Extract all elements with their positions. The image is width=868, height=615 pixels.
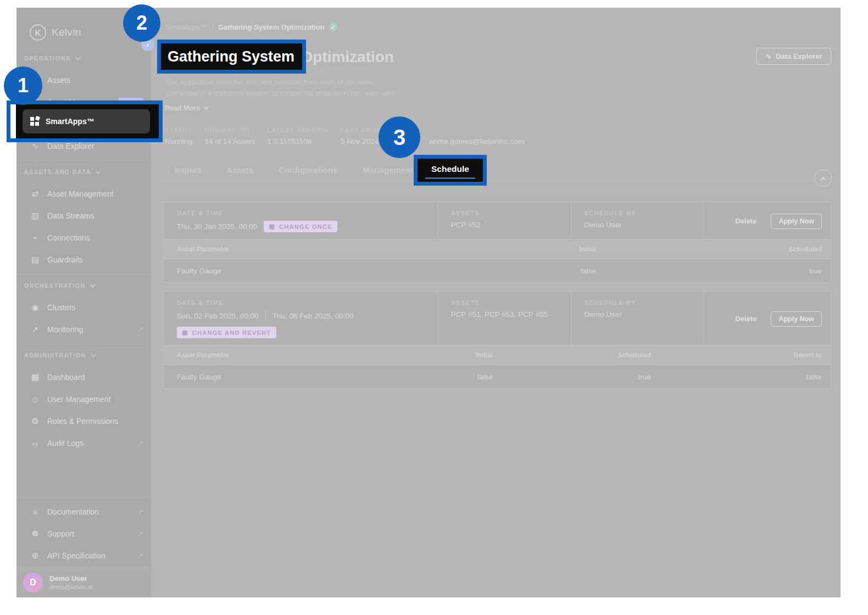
table-cell: false — [422, 267, 596, 275]
sidebar-item-clusters[interactable]: ◉Clusters — [16, 297, 151, 318]
actions-column: DeleteApply Now — [704, 292, 831, 345]
schedule-by-column: SCHEDULE BYDemo User — [571, 202, 704, 239]
schedule-by-value: Demo User — [585, 221, 704, 229]
status-field-last-update: LAST UPDATE5 Nov 2024 atandre.gomes@kelv… — [341, 127, 525, 146]
table-cell: false — [338, 373, 493, 381]
apply-now-button[interactable]: Apply Now — [771, 311, 822, 327]
assets-label: ASSETS — [451, 210, 571, 216]
connections-icon: ⌁ — [30, 233, 41, 243]
schedule-card: DATE & TIMESun, 02 Feb 2025, 00:00Thu, 0… — [163, 291, 831, 389]
breadcrumb-root[interactable]: SmartApps™ — [165, 23, 207, 31]
highlight-box-title: Gathering System — [157, 40, 306, 74]
highlight-edge — [10, 104, 16, 138]
sidebar-item-smartapps-highlighted[interactable]: SmartApps™ — [23, 109, 150, 133]
delete-button[interactable]: Delete — [735, 315, 756, 323]
schedule-card-header: DATE & TIMESun, 02 Feb 2025, 00:00Thu, 0… — [164, 292, 831, 345]
tab-schedule-highlighted[interactable]: Schedule — [418, 159, 483, 180]
sidebar-item-documentation[interactable]: ≡Documentation↗ — [16, 501, 151, 523]
schedule-type-badge: ▦CHANGE AND REVERT — [177, 327, 276, 338]
table-header-revert-to: Revert to — [651, 351, 822, 359]
read-more-link[interactable]: Read More — [165, 104, 207, 112]
sidebar-item-label: Clusters — [47, 303, 143, 312]
sidebar-item-roles-permissions[interactable]: ⚙Roles & Permissions — [16, 410, 151, 432]
sidebar-item-support[interactable]: ☸Support↗ — [16, 523, 151, 545]
data-explorer-button[interactable]: ∿ Data Explorer — [756, 48, 831, 65]
table-header-asset-parameter: Asset Parameter — [177, 351, 338, 359]
sidebar-section-orchestration: ORCHESTRATION◉Clusters↗Monitoring↗ — [16, 274, 151, 340]
calendar-icon: ▦ — [269, 223, 275, 230]
calendar-icon: ▦ — [182, 329, 188, 336]
sidebar-item-label: Roles & Permissions — [47, 417, 143, 426]
sidebar-item-connections[interactable]: ⌁Connections — [16, 227, 151, 249]
badge-row: ▦CHANGE AND REVERT — [177, 327, 437, 338]
sidebar-item-data-streams[interactable]: ▥Data Streams — [16, 205, 151, 227]
active-tab-underline — [425, 177, 475, 179]
sidebar-section-header-administration[interactable]: ADMINISTRATION — [16, 344, 151, 366]
sidebar-item-api-specification[interactable]: ⊕API Specification↗ — [16, 545, 151, 567]
sidebar-item-asset-management[interactable]: ⇄Asset Management — [16, 183, 151, 205]
user-email: demo@kelvin.ai — [49, 584, 92, 590]
date-time-column: DATE & TIMESun, 02 Feb 2025, 00:00Thu, 0… — [164, 292, 437, 345]
date-time-value: Thu, 30 Jan 2025, 00:00▦CHANGE ONCE — [177, 221, 437, 232]
table-header-initial: Initial — [422, 245, 596, 253]
chevron-down-icon — [90, 282, 96, 288]
step-annotation-3: 3 — [379, 116, 420, 158]
user-row[interactable]: D Demo User demo@kelvin.ai — [16, 567, 151, 597]
roles-permissions-icon: ⚙ — [30, 416, 41, 426]
main-content: SmartApps™ / Gathering System Optimizati… — [151, 8, 841, 597]
table-header-scheduled: Scheduled — [596, 245, 822, 253]
tab-assets[interactable]: Assets — [226, 159, 253, 181]
schedule-by-label: SCHEDULE BY — [585, 210, 704, 216]
status-field-latest-version: LATEST VERSION1.0.11051108 — [268, 127, 329, 146]
sidebar-section-administration: ADMINISTRATION▦Dashboard☺User Management… — [16, 344, 151, 454]
kelvin-logo-text: Kelvin — [52, 26, 81, 38]
sidebar-item-audit-logs[interactable]: ‹›Audit Logs↗ — [16, 432, 151, 454]
status-field-status: STATUSRunning — [165, 127, 192, 146]
assets-column: ASSETSPCP #52 — [437, 202, 571, 239]
table-row: Faulty Gaugefalsetruefalse — [164, 365, 831, 388]
tab-impact[interactable]: Impact — [175, 159, 201, 181]
sidebar-item-user-management[interactable]: ☺User Management — [16, 388, 151, 410]
smartapps-icon — [30, 117, 39, 126]
tab-management[interactable]: Management — [363, 159, 413, 181]
app-window: K Kelvin OPERATIONS▣Assets◈Asset MapBETA… — [16, 8, 841, 597]
sidebar-item-label: Guardrails — [47, 255, 143, 264]
status-value: Running — [165, 137, 192, 146]
sidebar-item-label: Documentation — [47, 507, 131, 516]
status-check-icon: ✓ — [329, 23, 337, 31]
user-management-icon: ☺ — [30, 395, 41, 404]
collapse-panel-button[interactable] — [814, 169, 832, 187]
documentation-icon: ≡ — [30, 507, 41, 517]
external-link-icon: ↗ — [138, 326, 143, 333]
sidebar-item-guardrails[interactable]: ▤Guardrails — [16, 249, 151, 271]
clusters-icon: ◉ — [30, 303, 41, 312]
sidebar-item-monitoring[interactable]: ↗Monitoring↗ — [16, 318, 151, 340]
delete-button[interactable]: Delete — [735, 217, 756, 225]
table-cell: Faulty Gauge — [177, 373, 338, 381]
highlight-box-smartapps: SmartApps™ — [7, 100, 163, 142]
sidebar-item-dashboard[interactable]: ▦Dashboard — [16, 366, 151, 388]
api-spec-icon: ⊕ — [30, 551, 41, 561]
sidebar-item-label: Assets — [47, 76, 143, 85]
sidebar-section-header-orchestration[interactable]: ORCHESTRATION — [16, 275, 151, 297]
status-label: STATUS — [165, 127, 192, 133]
status-field-running-on: RUNNING ON14 of 14 Assets — [204, 127, 255, 146]
table-header-scheduled: Scheduled — [493, 351, 651, 359]
status-row: STATUSRunningRUNNING ON14 of 14 AssetsLA… — [165, 127, 525, 146]
sidebar-section-header-assets-and-data[interactable]: ASSETS AND DATA — [16, 161, 151, 183]
schedule-by-label: SCHEDULE BY — [585, 299, 704, 306]
schedule-card-header: DATE & TIMEThu, 30 Jan 2025, 00:00▦CHANG… — [164, 202, 831, 239]
sidebar-item-label: Audit Logs — [47, 439, 131, 448]
sidebar-section-header-operations[interactable]: OPERATIONS — [16, 47, 151, 69]
tab-configurations[interactable]: Configurations — [279, 159, 338, 181]
tab-bar: ImpactAssetsConfigurationsManagementSche… — [163, 159, 831, 181]
status-value: 14 of 14 Assets — [204, 137, 255, 146]
step-annotation-2: 2 — [123, 4, 160, 42]
apply-now-button[interactable]: Apply Now — [771, 214, 822, 229]
schedule-by-column: SCHEDULE BYDemo User — [571, 292, 704, 345]
actions-column: DeleteApply Now — [704, 202, 831, 239]
status-value: 1.0.11051108 — [268, 137, 329, 146]
date-time-value: Sun, 02 Feb 2025, 00:00Thu, 06 Feb 2025,… — [177, 310, 437, 321]
sidebar-item-label: Connections — [47, 233, 143, 242]
avatar: D — [23, 573, 43, 592]
